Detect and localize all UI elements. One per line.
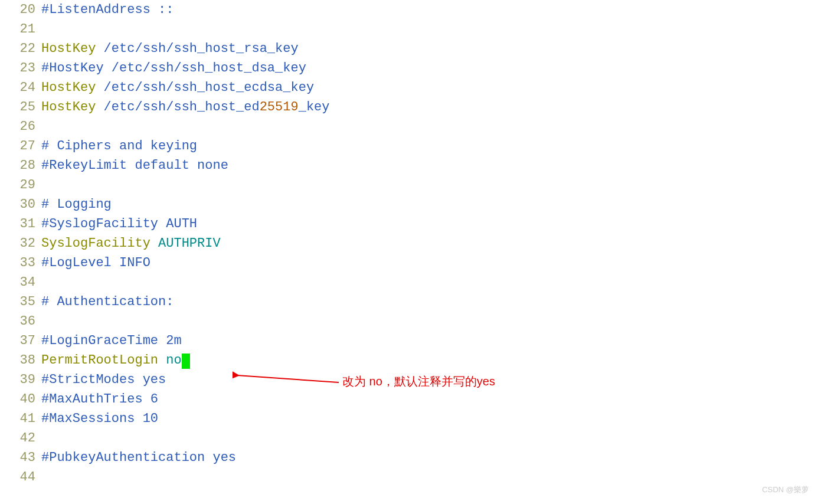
code-content[interactable] bbox=[35, 19, 41, 39]
code-content[interactable] bbox=[35, 117, 41, 136]
code-content[interactable]: HostKey /etc/ssh/ssh_host_ed25519_key bbox=[35, 97, 330, 117]
token-comment: #ListenAddress :: bbox=[41, 2, 174, 17]
token-number: 25519 bbox=[260, 100, 299, 114]
code-content[interactable]: #HostKey /etc/ssh/ssh_host_dsa_key bbox=[35, 58, 306, 78]
code-line[interactable]: 43#PubkeyAuthentication yes bbox=[0, 448, 815, 467]
code-line[interactable]: 44 bbox=[0, 467, 815, 487]
code-content[interactable] bbox=[35, 312, 41, 331]
code-content[interactable] bbox=[35, 428, 41, 448]
token-comment: # Ciphers and keying bbox=[41, 139, 197, 153]
line-number: 39 bbox=[0, 370, 35, 390]
code-line[interactable]: 27# Ciphers and keying bbox=[0, 136, 815, 156]
code-line[interactable]: 40#MaxAuthTries 6 bbox=[0, 390, 815, 409]
code-editor[interactable]: 20#ListenAddress ::2122HostKey /etc/ssh/… bbox=[0, 0, 815, 487]
token-value bbox=[150, 236, 158, 251]
token-comment: #LoginGraceTime 2m bbox=[41, 333, 182, 348]
code-content[interactable]: # Logging bbox=[35, 195, 112, 214]
code-content[interactable]: PermitRootLogin no bbox=[35, 351, 190, 370]
line-number: 24 bbox=[0, 78, 35, 97]
code-content[interactable]: SyslogFacility AUTHPRIV bbox=[35, 234, 221, 253]
token-directive: HostKey bbox=[41, 41, 96, 56]
code-line[interactable]: 26 bbox=[0, 117, 815, 136]
token-comment: #MaxSessions 10 bbox=[41, 411, 158, 426]
code-line[interactable]: 20#ListenAddress :: bbox=[0, 0, 815, 19]
line-number: 22 bbox=[0, 39, 35, 58]
code-line[interactable]: 37#LoginGraceTime 2m bbox=[0, 331, 815, 351]
token-value: /etc/ssh/ssh_host_rsa_key bbox=[96, 41, 298, 56]
code-line[interactable]: 30# Logging bbox=[0, 195, 815, 214]
code-line[interactable]: 22HostKey /etc/ssh/ssh_host_rsa_key bbox=[0, 39, 815, 58]
code-line[interactable]: 24HostKey /etc/ssh/ssh_host_ecdsa_key bbox=[0, 78, 815, 97]
code-line[interactable]: 35# Authentication: bbox=[0, 292, 815, 312]
token-comment: #RekeyLimit default none bbox=[41, 158, 228, 173]
line-number: 42 bbox=[0, 428, 35, 448]
code-line[interactable]: 41#MaxSessions 10 bbox=[0, 409, 815, 428]
code-content[interactable]: #LoginGraceTime 2m bbox=[35, 331, 182, 351]
code-line[interactable]: 25HostKey /etc/ssh/ssh_host_ed25519_key bbox=[0, 97, 815, 117]
code-content[interactable]: # Authentication: bbox=[35, 292, 174, 312]
code-content[interactable]: #MaxAuthTries 6 bbox=[35, 390, 158, 409]
line-number: 30 bbox=[0, 195, 35, 214]
line-number: 32 bbox=[0, 234, 35, 253]
line-number: 33 bbox=[0, 253, 35, 273]
token-directive: HostKey bbox=[41, 100, 96, 114]
code-content[interactable]: # Ciphers and keying bbox=[35, 136, 197, 156]
line-number: 43 bbox=[0, 448, 35, 467]
line-number: 25 bbox=[0, 97, 35, 117]
code-content[interactable]: HostKey /etc/ssh/ssh_host_ecdsa_key bbox=[35, 78, 314, 97]
token-value: /etc/ssh/ssh_host_ecdsa_key bbox=[96, 80, 314, 95]
code-content[interactable]: #MaxSessions 10 bbox=[35, 409, 158, 428]
line-number: 41 bbox=[0, 409, 35, 428]
code-line[interactable]: 29 bbox=[0, 175, 815, 195]
token-value: _key bbox=[299, 100, 330, 114]
code-content[interactable] bbox=[35, 467, 41, 487]
token-value bbox=[158, 353, 166, 368]
code-line[interactable]: 23#HostKey /etc/ssh/ssh_host_dsa_key bbox=[0, 58, 815, 78]
token-comment: # Authentication: bbox=[41, 294, 174, 309]
line-number: 28 bbox=[0, 156, 35, 175]
code-line[interactable]: 31#SyslogFacility AUTH bbox=[0, 214, 815, 234]
token-keyword: no bbox=[166, 353, 181, 368]
code-line[interactable]: 34 bbox=[0, 273, 815, 292]
token-directive: PermitRootLogin bbox=[41, 353, 158, 368]
text-cursor bbox=[182, 354, 190, 369]
code-content[interactable]: #PubkeyAuthentication yes bbox=[35, 448, 236, 467]
line-number: 20 bbox=[0, 0, 35, 19]
line-number: 37 bbox=[0, 331, 35, 351]
token-directive: HostKey bbox=[41, 80, 96, 95]
code-line[interactable]: 33#LogLevel INFO bbox=[0, 253, 815, 273]
line-number: 44 bbox=[0, 467, 35, 487]
code-line[interactable]: 38PermitRootLogin no bbox=[0, 351, 815, 370]
line-number: 35 bbox=[0, 292, 35, 312]
token-comment: #PubkeyAuthentication yes bbox=[41, 450, 236, 465]
token-comment: #StrictModes yes bbox=[41, 372, 166, 387]
code-content[interactable]: #SyslogFacility AUTH bbox=[35, 214, 197, 234]
code-line[interactable]: 28#RekeyLimit default none bbox=[0, 156, 815, 175]
code-content[interactable] bbox=[35, 175, 41, 195]
code-line[interactable]: 36 bbox=[0, 312, 815, 331]
code-line[interactable]: 39#StrictModes yes bbox=[0, 370, 815, 390]
code-content[interactable]: #StrictModes yes bbox=[35, 370, 166, 390]
line-number: 21 bbox=[0, 19, 35, 39]
code-line[interactable]: 32SyslogFacility AUTHPRIV bbox=[0, 234, 815, 253]
line-number: 29 bbox=[0, 175, 35, 195]
line-number: 40 bbox=[0, 390, 35, 409]
token-directive: SyslogFacility bbox=[41, 236, 150, 251]
token-keyword: AUTHPRIV bbox=[158, 236, 221, 251]
line-number: 31 bbox=[0, 214, 35, 234]
token-value: /etc/ssh/ssh_host_ed bbox=[96, 100, 259, 114]
line-number: 34 bbox=[0, 273, 35, 292]
code-content[interactable]: #LogLevel INFO bbox=[35, 253, 150, 273]
code-line[interactable]: 42 bbox=[0, 428, 815, 448]
token-comment: #MaxAuthTries 6 bbox=[41, 392, 158, 407]
token-comment: # Logging bbox=[41, 197, 112, 212]
token-comment: #LogLevel INFO bbox=[41, 256, 150, 270]
code-content[interactable]: #RekeyLimit default none bbox=[35, 156, 228, 175]
code-line[interactable]: 21 bbox=[0, 19, 815, 39]
code-content[interactable] bbox=[35, 273, 41, 292]
code-content[interactable]: #ListenAddress :: bbox=[35, 0, 174, 19]
code-content[interactable]: HostKey /etc/ssh/ssh_host_rsa_key bbox=[35, 39, 299, 58]
line-number: 27 bbox=[0, 136, 35, 156]
token-comment: #SyslogFacility AUTH bbox=[41, 217, 197, 231]
line-number: 26 bbox=[0, 117, 35, 136]
